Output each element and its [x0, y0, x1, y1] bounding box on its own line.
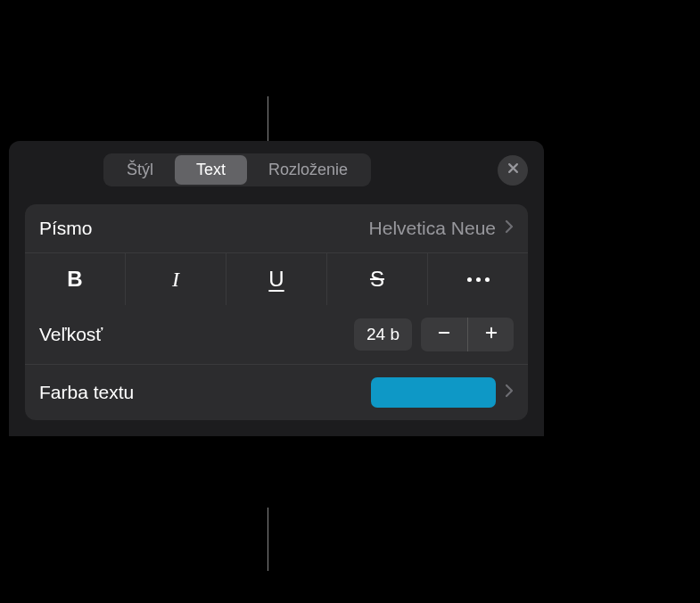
- chevron-right-icon: [505, 384, 514, 401]
- strikethrough-button[interactable]: S: [327, 253, 428, 305]
- bold-icon: B: [67, 267, 82, 292]
- size-value[interactable]: 24 b: [354, 318, 412, 351]
- underline-button[interactable]: U: [226, 253, 327, 305]
- tab-style[interactable]: Štýl: [105, 155, 175, 185]
- size-row: Veľkosť 24 b: [25, 305, 528, 364]
- minus-icon: [436, 325, 452, 344]
- text-color-row[interactable]: Farba textu: [25, 364, 528, 420]
- strikethrough-icon: S: [370, 267, 384, 292]
- font-value: Helvetica Neue: [369, 218, 496, 239]
- more-formatting-button[interactable]: [428, 253, 528, 305]
- text-format-row: B I U S: [25, 252, 528, 305]
- tab-text[interactable]: Text: [175, 155, 247, 185]
- panel-header: Štýl Text Rozloženie: [9, 141, 544, 199]
- bold-button[interactable]: B: [25, 253, 126, 305]
- size-decrease-button[interactable]: [421, 318, 467, 351]
- callout-line-bottom: [268, 508, 268, 571]
- italic-button[interactable]: I: [126, 253, 226, 305]
- text-color-swatch[interactable]: [371, 377, 496, 408]
- close-button[interactable]: [498, 155, 528, 186]
- more-icon: [467, 277, 490, 282]
- chevron-right-icon: [505, 219, 514, 237]
- text-settings-card: Písmo Helvetica Neue B I U S: [25, 204, 528, 420]
- plus-icon: [483, 325, 499, 344]
- size-increase-button[interactable]: [467, 318, 514, 351]
- size-label: Veľkosť: [39, 324, 103, 345]
- tab-segmented-control: Štýl Text Rozloženie: [103, 153, 371, 186]
- close-icon: [506, 161, 520, 178]
- text-color-label: Farba textu: [39, 382, 134, 403]
- font-label: Písmo: [39, 218, 93, 239]
- size-stepper: [421, 318, 514, 351]
- italic-icon: I: [172, 268, 179, 292]
- font-row[interactable]: Písmo Helvetica Neue: [25, 204, 528, 252]
- underline-icon: U: [268, 267, 284, 292]
- tab-layout[interactable]: Rozloženie: [247, 155, 369, 185]
- format-panel: Štýl Text Rozloženie Písmo Helvetica Neu…: [9, 141, 544, 436]
